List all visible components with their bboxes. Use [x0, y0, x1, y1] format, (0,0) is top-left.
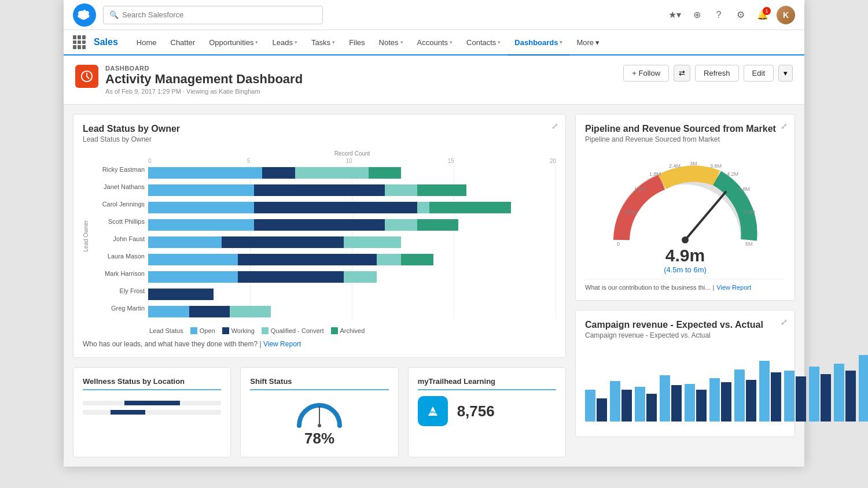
chevron-down-icon: ▾ — [332, 39, 335, 45]
search-input[interactable] — [122, 10, 317, 19]
svg-text:3.6M: 3.6M — [710, 163, 722, 169]
chart-footer: Who has our leads, and what have they do… — [83, 340, 556, 348]
view-report-link[interactable]: View Report — [263, 340, 301, 348]
expand-icon[interactable]: ⤢ — [551, 121, 558, 131]
campaign-bars — [585, 346, 785, 422]
nav-item-home[interactable]: Home — [130, 30, 164, 56]
campaign-subtitle: Campaign revenue - Expected vs. Actual — [585, 331, 785, 339]
gauge-svg: 0 600k 1.2M 1.8M 2.4M 3M 3.6M 4.2M 4.8M … — [604, 156, 766, 257]
nav-icons: ★▾ ⊕ ? ⚙ 🔔 K — [667, 6, 795, 24]
nav-item-opportunities[interactable]: Opportunities ▾ — [202, 30, 265, 56]
top-navigation: 🔍 ★▾ ⊕ ? ⚙ 🔔 K — [64, 0, 804, 30]
nav-more[interactable]: More ▾ — [569, 38, 606, 47]
user-avatar[interactable]: K — [777, 6, 795, 24]
chevron-down-icon: ▾ — [560, 39, 562, 45]
trailhead-title: myTrailhead Learning — [418, 377, 556, 390]
dashboard-body: Lead Status by Owner Lead Status by Owne… — [64, 105, 804, 467]
campaign-pair-5 — [685, 384, 707, 422]
chevron-down-icon: ▾ — [295, 39, 297, 45]
pin-button[interactable]: ⇄ — [674, 65, 690, 82]
svg-text:4.2M: 4.2M — [727, 171, 738, 177]
salesforce-logo[interactable] — [73, 3, 96, 27]
gauge-range: (4.5m to 6m) — [664, 265, 707, 274]
campaign-pair-2 — [610, 381, 632, 422]
campaign-pair-11 — [834, 364, 856, 422]
refresh-button[interactable]: Refresh — [695, 65, 739, 82]
chevron-down-icon: ▾ — [498, 39, 501, 45]
app-navigation: Sales Home Chatter Opportunities ▾ Leads… — [64, 30, 804, 56]
legend-archived: Archived — [331, 327, 365, 334]
campaign-pair-4 — [660, 375, 682, 422]
nav-item-chatter[interactable]: Chatter — [164, 30, 203, 56]
chevron-down-icon: ▾ — [450, 39, 453, 45]
campaign-bar-light — [585, 390, 595, 422]
campaign-pair-10 — [809, 367, 831, 422]
nav-item-leads[interactable]: Leads ▾ — [265, 30, 304, 56]
svg-text:2.4M: 2.4M — [669, 163, 681, 169]
dashboard-meta: As of Feb 9, 2017 1:29 PM · Viewing as K… — [105, 88, 303, 95]
shift-card: Shift Status 78% — [240, 367, 398, 457]
x-ticks: 05101520 — [148, 158, 556, 164]
add-icon[interactable]: ⊕ — [689, 7, 705, 23]
campaign-pair-3 — [635, 387, 657, 422]
chart-area: Record Count 05101520 — [148, 150, 556, 321]
svg-text:6M: 6M — [745, 241, 753, 247]
app-name: Sales — [94, 37, 118, 47]
dashboard-actions: + Follow ⇄ Refresh Edit ▾ — [623, 65, 793, 82]
wellness-card: Wellness Status by Location — [73, 367, 231, 457]
dropdown-button[interactable]: ▾ — [778, 65, 793, 82]
x-axis-label: Record Count — [148, 150, 556, 157]
legend-working: Working — [222, 327, 255, 334]
shift-arc-svg — [296, 400, 343, 428]
svg-text:0: 0 — [617, 241, 620, 247]
bar-row-janet — [148, 183, 556, 198]
trailhead-logo: mu — [418, 396, 448, 426]
trailhead-number: 8,756 — [457, 402, 495, 420]
wellness-bars — [83, 396, 221, 415]
dashboard-name: Activity Management Dashboard — [105, 72, 303, 87]
expand-icon[interactable]: ⤢ — [781, 121, 788, 131]
lead-status-title: Lead Status by Owner — [83, 124, 556, 134]
campaign-title: Campaign revenue - Expected vs. Actual — [585, 320, 785, 330]
app-grid-icon[interactable] — [73, 35, 87, 49]
nav-item-tasks[interactable]: Tasks ▾ — [304, 30, 342, 56]
nav-item-files[interactable]: Files — [342, 30, 372, 56]
bars-container — [148, 165, 556, 319]
expand-icon[interactable]: ⤢ — [781, 317, 788, 327]
notification-icon[interactable]: 🔔 — [755, 7, 771, 23]
svg-line-4 — [685, 192, 726, 240]
search-icon: 🔍 — [109, 10, 119, 19]
search-bar[interactable]: 🔍 — [103, 6, 323, 24]
campaign-pair-9 — [784, 371, 806, 422]
campaign-pair-8 — [759, 361, 781, 422]
campaign-card: Campaign revenue - Expected vs. Actual C… — [575, 310, 795, 437]
campaign-pair-6 — [709, 378, 731, 422]
legend-open: Open — [190, 327, 215, 334]
nav-item-dashboards[interactable]: Dashboards ▾ — [507, 30, 569, 56]
dashboard-icon — [75, 65, 98, 88]
dashboard-label: DASHBOARD — [105, 65, 303, 72]
campaign-pair-1 — [585, 390, 607, 422]
svg-text:3M: 3M — [690, 161, 697, 167]
nav-item-contacts[interactable]: Contacts ▾ — [459, 30, 507, 56]
edit-button[interactable]: Edit — [744, 65, 774, 82]
follow-button[interactable]: + Follow — [623, 65, 669, 82]
help-icon[interactable]: ? — [711, 7, 727, 23]
bottom-cards: Wellness Status by Location Shift Status — [73, 367, 566, 457]
trailhead-card: myTrailhead Learning mu 8,756 — [408, 367, 566, 457]
settings-icon[interactable]: ⚙ — [733, 7, 749, 23]
pipeline-view-report[interactable]: View Report — [716, 284, 751, 291]
shift-title: Shift Status — [250, 377, 388, 390]
svg-text:1.2M: 1.2M — [634, 186, 646, 192]
y-axis-label: Lead Owner — [83, 220, 89, 252]
bar-row-scott — [148, 217, 556, 232]
svg-point-2 — [318, 424, 321, 427]
bar-row-laura — [148, 252, 556, 267]
campaign-bar-dark — [597, 398, 607, 422]
y-axis-names: Ricky Eastman Janet Nathans Carol Jennin… — [93, 150, 148, 321]
nav-item-accounts[interactable]: Accounts ▾ — [410, 30, 459, 56]
bar-row-john — [148, 235, 556, 250]
favorites-icon[interactable]: ★▾ — [667, 7, 683, 23]
chart-legend: Lead Status Open Working Qualified - Con… — [83, 327, 556, 334]
nav-item-notes[interactable]: Notes ▾ — [372, 30, 410, 56]
